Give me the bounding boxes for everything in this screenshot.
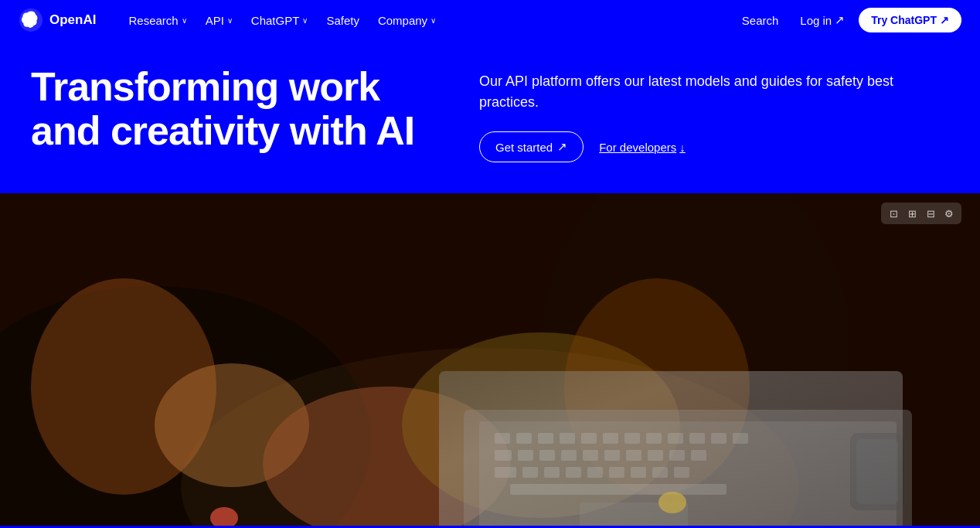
main-nav: OpenAI Research ∨ API ∨ ChatGPT ∨ Safety… bbox=[0, 0, 980, 40]
nav-links-group: Research ∨ API ∨ ChatGPT ∨ Safety Compan… bbox=[121, 9, 733, 32]
svg-rect-21 bbox=[711, 433, 726, 444]
svg-rect-20 bbox=[689, 433, 705, 444]
hero-section: Transforming work and creativity with AI… bbox=[0, 40, 980, 193]
svg-rect-45 bbox=[856, 439, 898, 504]
svg-rect-23 bbox=[495, 450, 512, 461]
get-started-arrow-icon: ↗ bbox=[557, 140, 567, 154]
svg-rect-30 bbox=[648, 450, 663, 461]
svg-rect-32 bbox=[691, 450, 706, 461]
svg-rect-25 bbox=[539, 450, 555, 461]
svg-rect-12 bbox=[516, 433, 532, 444]
svg-rect-16 bbox=[603, 433, 618, 444]
nav-api[interactable]: API ∨ bbox=[198, 9, 240, 32]
hero-title: Transforming work and creativity with AI bbox=[31, 65, 433, 153]
hero-image-svg bbox=[0, 193, 980, 526]
resize-fit-icon[interactable]: ⊡ bbox=[886, 206, 901, 221]
try-chatgpt-button[interactable]: Try ChatGPT ↗ bbox=[859, 8, 961, 32]
svg-rect-38 bbox=[609, 467, 624, 478]
resize-fill-icon[interactable]: ⊞ bbox=[904, 206, 920, 221]
try-arrow-icon: ↗ bbox=[940, 14, 949, 26]
svg-rect-33 bbox=[495, 467, 516, 478]
image-settings-icon[interactable]: ⚙ bbox=[941, 206, 957, 221]
svg-rect-28 bbox=[604, 450, 620, 461]
svg-rect-39 bbox=[631, 467, 646, 478]
svg-rect-35 bbox=[544, 467, 560, 478]
svg-rect-24 bbox=[518, 450, 533, 461]
chatgpt-chevron-icon: ∨ bbox=[302, 16, 308, 25]
logo-link[interactable]: OpenAI bbox=[19, 8, 96, 32]
svg-rect-10 bbox=[479, 421, 897, 526]
nav-chatgpt[interactable]: ChatGPT ∨ bbox=[243, 9, 316, 32]
hero-left-col: Transforming work and creativity with AI bbox=[31, 65, 433, 153]
hero-description: Our API platform offers our latest model… bbox=[479, 71, 912, 113]
company-chevron-icon: ∨ bbox=[430, 16, 436, 25]
svg-rect-22 bbox=[733, 433, 748, 444]
nav-research[interactable]: Research ∨ bbox=[121, 9, 194, 32]
svg-rect-9 bbox=[464, 410, 912, 526]
svg-rect-36 bbox=[566, 467, 581, 478]
hero-cta-group: Get started ↗ For developers ↓ bbox=[479, 131, 912, 162]
get-started-button[interactable]: Get started ↗ bbox=[479, 131, 584, 162]
hero-image bbox=[0, 193, 980, 526]
svg-rect-17 bbox=[624, 433, 640, 444]
search-link[interactable]: Search bbox=[734, 9, 787, 32]
svg-rect-42 bbox=[510, 484, 726, 495]
svg-point-47 bbox=[658, 492, 686, 513]
nav-safety[interactable]: Safety bbox=[318, 9, 367, 32]
svg-rect-13 bbox=[538, 433, 553, 444]
svg-rect-19 bbox=[668, 433, 683, 444]
svg-rect-26 bbox=[561, 450, 577, 461]
image-toolbar: ⊡ ⊞ ⊟ ⚙ bbox=[881, 203, 961, 224]
svg-rect-40 bbox=[652, 467, 668, 478]
svg-rect-44 bbox=[850, 433, 904, 510]
nav-right-group: Search Log in ↗ Try ChatGPT ↗ bbox=[734, 8, 961, 32]
svg-point-8 bbox=[564, 278, 750, 495]
logo-text: OpenAI bbox=[49, 12, 96, 28]
login-arrow-icon: ↗ bbox=[835, 13, 845, 27]
svg-rect-18 bbox=[646, 433, 662, 444]
svg-rect-31 bbox=[669, 450, 685, 461]
svg-rect-37 bbox=[587, 467, 603, 478]
nav-company[interactable]: Company ∨ bbox=[370, 9, 444, 32]
svg-rect-14 bbox=[560, 433, 575, 444]
svg-rect-29 bbox=[626, 450, 641, 461]
svg-rect-34 bbox=[522, 467, 538, 478]
resize-crop-icon[interactable]: ⊟ bbox=[923, 206, 938, 221]
openai-logo-icon bbox=[19, 8, 43, 32]
svg-rect-41 bbox=[674, 467, 689, 478]
svg-rect-15 bbox=[581, 433, 597, 444]
hero-image-section: ⊡ ⊞ ⊟ ⚙ bbox=[0, 193, 980, 526]
svg-rect-11 bbox=[495, 433, 510, 444]
for-developers-arrow-icon: ↓ bbox=[679, 141, 686, 154]
api-chevron-icon: ∨ bbox=[227, 16, 233, 25]
research-chevron-icon: ∨ bbox=[182, 16, 187, 25]
svg-rect-43 bbox=[580, 502, 688, 526]
login-link[interactable]: Log in ↗ bbox=[792, 9, 852, 32]
for-developers-button[interactable]: For developers ↓ bbox=[599, 141, 686, 154]
svg-rect-27 bbox=[583, 450, 598, 461]
hero-right-col: Our API platform offers our latest model… bbox=[479, 65, 912, 162]
